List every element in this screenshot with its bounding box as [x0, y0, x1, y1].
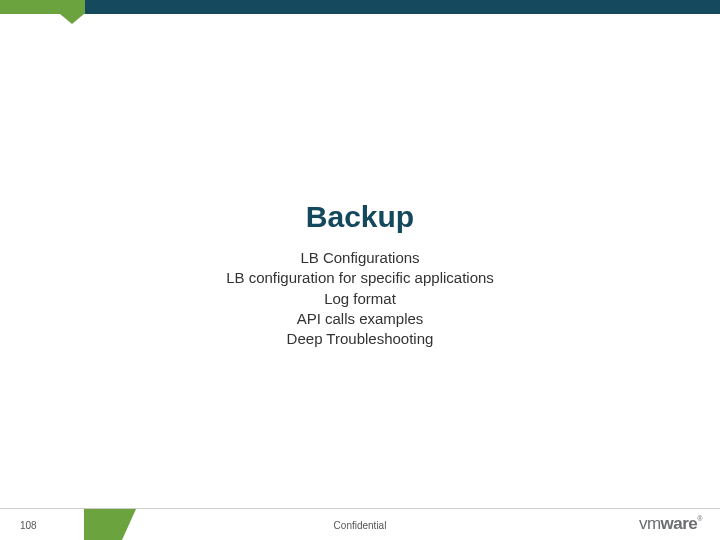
vmware-logo: vmware® [639, 514, 702, 534]
slide-item: API calls examples [0, 309, 720, 329]
logo-vm: vm [639, 514, 661, 533]
logo-registered: ® [697, 515, 702, 522]
slide-content: Backup LB Configurations LB configuratio… [0, 200, 720, 349]
slide-item: Log format [0, 289, 720, 309]
slide-title: Backup [0, 200, 720, 234]
top-accent-bar [0, 0, 720, 14]
top-accent-green [0, 0, 85, 14]
confidential-label: Confidential [334, 520, 387, 531]
page-number: 108 [20, 520, 37, 531]
slide-item: LB Configurations [0, 248, 720, 268]
slide-items: LB Configurations LB configuration for s… [0, 248, 720, 349]
footer-accent-block [84, 509, 122, 540]
top-accent-teal [85, 0, 720, 14]
slide-item: LB configuration for specific applicatio… [0, 268, 720, 288]
slide-footer: 108 Confidential vmware® [0, 508, 720, 540]
slide-item: Deep Troubleshooting [0, 329, 720, 349]
logo-ware: ware [661, 514, 698, 533]
accent-triangle-icon [60, 14, 84, 24]
